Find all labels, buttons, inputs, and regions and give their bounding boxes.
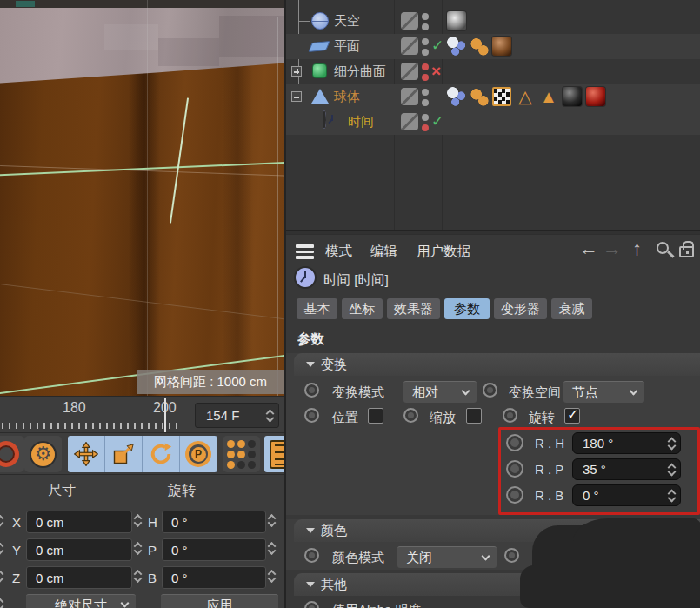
size-z-field[interactable]: 0 cm bbox=[26, 566, 132, 589]
object-row-sky[interactable]: 天空 bbox=[286, 9, 700, 34]
rotation-h-field[interactable]: 0 ° bbox=[162, 511, 266, 533]
rp-field[interactable]: 35 ° bbox=[572, 458, 681, 480]
menu-icon[interactable] bbox=[296, 244, 314, 262]
keying-settings-button[interactable]: ⚙ bbox=[24, 436, 62, 472]
color-knob[interactable] bbox=[504, 548, 519, 563]
rotation-p-spinner[interactable] bbox=[269, 542, 275, 555]
rotation-p-field[interactable]: 0 ° bbox=[162, 538, 266, 561]
use-alpha-knob[interactable] bbox=[304, 601, 319, 608]
rotation-h-spinner[interactable] bbox=[269, 514, 275, 527]
lock-icon[interactable] bbox=[679, 246, 694, 257]
material-tag-icon[interactable] bbox=[492, 37, 511, 56]
visibility-dots[interactable] bbox=[422, 63, 429, 84]
rotation-checkbox[interactable]: ✓ bbox=[564, 408, 580, 424]
transform-mode-knob[interactable] bbox=[304, 383, 319, 398]
visibility-dots[interactable] bbox=[422, 114, 429, 135]
visibility-dots[interactable] bbox=[422, 89, 429, 110]
rb-knob[interactable] bbox=[506, 486, 523, 504]
position-knob[interactable] bbox=[304, 408, 319, 423]
visibility-dots[interactable] bbox=[422, 38, 429, 59]
frame-spinner[interactable] bbox=[267, 409, 273, 422]
size-x-spinner[interactable] bbox=[135, 514, 141, 527]
size-z-spinner[interactable] bbox=[135, 570, 141, 583]
texture-tag-icon[interactable] bbox=[492, 87, 511, 106]
compositing-tag-icon[interactable] bbox=[470, 37, 489, 56]
visibility-dots[interactable] bbox=[422, 13, 429, 34]
rb-field[interactable]: 0 ° bbox=[572, 484, 681, 506]
collapse-icon[interactable] bbox=[291, 91, 302, 102]
tab-basic[interactable]: 基本 bbox=[297, 298, 337, 319]
transform-space-knob[interactable] bbox=[483, 383, 497, 398]
scale-checkbox[interactable] bbox=[466, 408, 482, 424]
transform-mode-dropdown[interactable]: 相对 bbox=[403, 381, 477, 403]
transform-group-header[interactable]: 变换 bbox=[294, 353, 700, 376]
panel-divider[interactable] bbox=[286, 230, 700, 235]
object-row-subdivision[interactable]: 细分曲面 × bbox=[286, 59, 700, 84]
timeline[interactable]: 180 200 154 F bbox=[0, 396, 284, 432]
tab-effector[interactable]: 效果器 bbox=[387, 298, 440, 319]
menu-userdata[interactable]: 用户数据 bbox=[417, 243, 470, 261]
scale-knob[interactable] bbox=[403, 408, 418, 423]
record-scale-button[interactable] bbox=[105, 436, 143, 472]
rh-knob[interactable] bbox=[506, 434, 523, 451]
menu-mode[interactable]: 模式 bbox=[325, 243, 352, 261]
keyframe-selection-button[interactable] bbox=[223, 436, 260, 472]
rh-spinner[interactable] bbox=[669, 437, 675, 450]
color-mode-knob[interactable] bbox=[304, 548, 319, 563]
rh-field[interactable]: 180 ° bbox=[572, 432, 681, 454]
record-button[interactable] bbox=[0, 436, 24, 472]
tab-falloff[interactable]: 衰减 bbox=[551, 298, 592, 319]
rb-spinner[interactable] bbox=[669, 489, 675, 502]
sky-material-tag-icon[interactable] bbox=[447, 11, 466, 30]
search-icon[interactable] bbox=[657, 242, 669, 254]
clipped-spinner[interactable] bbox=[0, 570, 3, 583]
expand-icon[interactable] bbox=[291, 66, 302, 77]
object-row-time[interactable]: 时间 ✓ bbox=[286, 110, 700, 135]
tab-coordinates[interactable]: 坐标 bbox=[342, 298, 383, 319]
transform-space-dropdown[interactable]: 节点 bbox=[563, 381, 644, 403]
rotation-b-spinner[interactable] bbox=[269, 570, 275, 583]
clipped-spinner[interactable] bbox=[0, 514, 3, 527]
tab-deformer[interactable]: 变形器 bbox=[494, 298, 547, 319]
rotation-knob[interactable] bbox=[503, 408, 517, 423]
layer-toggle[interactable] bbox=[401, 88, 418, 105]
rp-spinner[interactable] bbox=[669, 463, 675, 476]
rh-label: R . H bbox=[535, 436, 564, 451]
object-row-sphere[interactable]: 球体 △ ▲ bbox=[286, 84, 700, 110]
menu-edit[interactable]: 编辑 bbox=[370, 243, 397, 261]
history-back-icon[interactable]: ← bbox=[579, 237, 598, 260]
material-tag-black-icon[interactable] bbox=[563, 87, 582, 106]
history-forward-icon[interactable]: → bbox=[603, 237, 622, 260]
layer-toggle[interactable] bbox=[401, 12, 418, 30]
rotation-b-field[interactable]: 0 ° bbox=[162, 566, 266, 589]
apply-button[interactable]: 应用 bbox=[161, 594, 278, 608]
color-mode-dropdown[interactable]: 关闭 bbox=[397, 546, 497, 568]
position-checkbox[interactable] bbox=[368, 408, 383, 424]
rp-knob[interactable] bbox=[506, 460, 523, 478]
layer-toggle[interactable] bbox=[401, 37, 418, 55]
object-row-plane[interactable]: 平面 ✓ bbox=[286, 34, 700, 59]
size-y-field[interactable]: 0 cm bbox=[26, 538, 132, 561]
viewport-3d[interactable]: 网格间距 : 1000 cm bbox=[0, 0, 284, 396]
material-tag-red-icon[interactable] bbox=[586, 87, 605, 106]
parent-up-icon[interactable]: ↑ bbox=[632, 237, 642, 260]
clipped-spinner[interactable] bbox=[0, 542, 3, 555]
record-parameter-button[interactable]: P bbox=[180, 436, 217, 472]
timeline-ruler[interactable] bbox=[2, 423, 183, 429]
compositing-tag-icon[interactable] bbox=[470, 87, 489, 106]
clipped-spinner[interactable] bbox=[0, 598, 3, 608]
layer-toggle[interactable] bbox=[401, 63, 418, 80]
current-frame-field[interactable]: 154 F bbox=[195, 403, 279, 428]
tab-parameter[interactable]: 参数 bbox=[444, 298, 490, 319]
selection-tag-outline-icon[interactable]: △ bbox=[516, 87, 535, 106]
size-x-field[interactable]: 0 cm bbox=[26, 511, 132, 533]
phong-tag-icon[interactable] bbox=[447, 87, 466, 106]
layer-toggle[interactable] bbox=[401, 113, 418, 130]
coords-mode-dropdown[interactable]: 绝对尺寸 bbox=[26, 594, 136, 608]
record-position-button[interactable] bbox=[68, 436, 105, 472]
timeline-playhead[interactable] bbox=[164, 398, 166, 432]
selection-tag-filled-icon[interactable]: ▲ bbox=[539, 87, 558, 106]
size-y-spinner[interactable] bbox=[135, 542, 141, 555]
record-rotation-button[interactable] bbox=[143, 436, 180, 472]
phong-tag-icon[interactable] bbox=[447, 37, 466, 56]
